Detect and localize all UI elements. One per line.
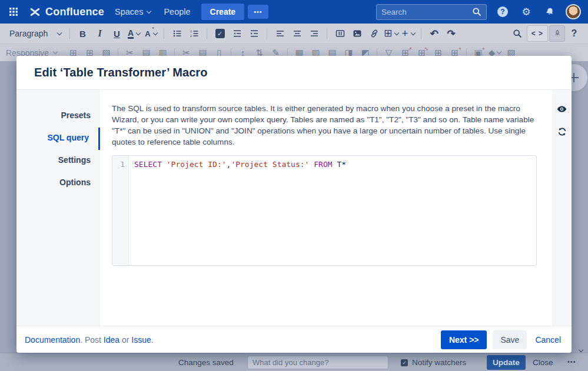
underline-button[interactable]: U [109,25,125,42]
search-icon[interactable] [472,7,481,16]
nav-people[interactable]: People [161,4,192,20]
idea-link[interactable]: Idea [104,335,119,345]
italic-button[interactable]: I [92,25,108,42]
nav-spaces-label: Spaces [115,7,143,16]
help-button[interactable]: ? [495,4,510,19]
outdent-button[interactable] [229,25,245,42]
avatar [566,4,581,19]
sql-code-line[interactable]: SELECT 'Project ID:','Project Status:' F… [129,156,536,265]
search-input[interactable] [381,8,472,16]
app-switcher-icon[interactable] [6,4,21,19]
chevron-down-icon [410,30,415,35]
insert-image-button[interactable] [349,25,365,42]
indent-button[interactable] [246,25,262,42]
refresh-button[interactable] [557,127,567,139]
editor-save-bar: Changes saved ✓ Notify watchers Update C… [0,353,588,371]
footer-text: . Post [80,335,104,345]
plus-icon: + [401,29,408,38]
link-icon [370,29,379,38]
italic-icon: I [98,28,101,39]
align-right-icon [310,29,319,38]
notifications-button[interactable] [542,4,557,19]
search-icon [513,29,522,38]
chevron-down-icon [136,30,141,35]
dialog-right-rail [552,90,572,326]
insert-more-button[interactable]: + [400,25,416,42]
macros-rocket-button[interactable] [549,25,565,42]
insert-link-button[interactable] [366,25,382,42]
text-color-icon: A [128,29,134,39]
align-left-icon [275,29,285,38]
documentation-link[interactable]: Documentation [25,335,80,345]
insert-table-button[interactable]: ⊞ [383,25,399,42]
sql-token-keyword: SELECT [134,160,162,169]
dialog-content: The SQL is used to transform source tabl… [100,90,552,326]
question-icon: ? [572,28,577,39]
preview-eye-button[interactable] [557,104,567,116]
confluence-logo-icon [29,6,41,18]
nav-more-button[interactable]: ••• [248,5,268,19]
settings-button[interactable]: ⚙ [519,4,534,19]
sql-token-keyword: FROM [314,160,332,169]
bell-icon [544,6,556,18]
more-formatting-button[interactable]: A° [143,25,159,42]
sql-code-editor[interactable]: 1 SELECT 'Project ID:','Project Status:'… [112,155,537,266]
nav-people-label: People [164,7,190,16]
align-right-button[interactable] [306,25,322,42]
save-bar-more-button[interactable]: ••• [567,358,576,365]
source-view-button[interactable]: < > [527,25,548,42]
numbered-list-button[interactable]: 12 [186,25,202,42]
editor-toolbar: Paragraph B I U A A° 12 ✓ [0,24,588,44]
align-left-button[interactable] [272,25,288,42]
cancel-button[interactable]: Cancel [533,330,563,349]
user-menu[interactable] [566,4,581,19]
paragraph-style-dropdown[interactable]: Paragraph [6,25,65,42]
text-color-button[interactable]: A [126,25,142,42]
save-button[interactable]: Save [493,330,527,349]
footer-text: or [119,335,131,345]
plus-icon [573,73,574,82]
sidebar-item-options[interactable]: Options [16,172,100,195]
create-button[interactable]: Create [201,4,245,20]
find-replace-button[interactable] [510,25,526,42]
footer-text: . [151,335,154,345]
version-comment-input[interactable] [247,356,388,369]
refresh-icon [557,127,567,136]
bullet-list-button[interactable] [169,25,185,42]
dialog-sidebar: Presets SQL query Settings Options [16,90,100,326]
editor-help-button[interactable]: ? [566,25,582,42]
indent-icon [250,29,259,38]
page-layout-button[interactable] [332,25,348,42]
bold-button[interactable]: B [75,25,91,42]
sidebar-item-sql-query[interactable]: SQL query [16,128,100,150]
toolbar-separator [164,28,164,39]
brand-name: Confluence [45,6,104,18]
notify-watchers-label: Notify watchers [412,358,466,367]
close-button[interactable]: Close [533,358,553,367]
outdent-icon [232,29,242,38]
next-button[interactable]: Next >> [441,330,487,349]
paragraph-style-label: Paragraph [9,29,48,38]
update-button[interactable]: Update [487,355,526,370]
page-layout-icon [335,29,345,38]
sidebar-item-settings[interactable]: Settings [16,150,100,172]
checkbox-checked-icon[interactable]: ✓ [401,359,408,366]
sql-token-plain [162,160,167,169]
bold-icon: B [79,29,86,39]
notify-watchers-control[interactable]: ✓ Notify watchers [401,358,466,367]
page-scroll-chevron-icon[interactable] [579,343,583,354]
task-list-button[interactable]: ✓ [212,25,228,42]
global-search[interactable] [376,4,487,20]
undo-button[interactable]: ↶ [426,25,442,42]
bullet-list-icon [172,29,182,38]
confluence-logo[interactable]: Confluence [29,6,104,18]
align-center-button[interactable] [289,25,305,42]
redo-button[interactable]: ↷ [443,25,459,42]
eye-icon [557,104,567,114]
sql-token-plain: T* [333,160,346,169]
issue-link[interactable]: Issue [131,335,151,345]
sidebar-item-presets[interactable]: Presets [16,105,100,128]
nav-spaces[interactable]: Spaces [112,4,153,20]
toolbar-separator [327,28,327,39]
gear-icon: ⚙ [521,6,530,18]
